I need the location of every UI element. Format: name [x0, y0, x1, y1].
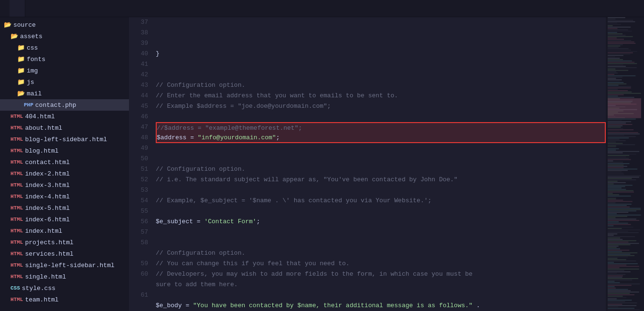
sidebar-item-projects.html[interactable]: HTMLprojects.html [0, 237, 129, 248]
sidebar-item-img[interactable]: 📁img [0, 65, 129, 76]
code-line: // Enter the email address that you want… [156, 91, 606, 101]
sidebar-item-label: projects.html [25, 239, 73, 246]
sidebar-item-label: about.html [25, 124, 62, 132]
line-number: 52 [135, 175, 148, 185]
line-number [135, 248, 148, 259]
sidebar-item-index-5.html[interactable]: HTMLindex-5.html [0, 202, 129, 214]
line-number: 49 [135, 143, 148, 154]
html-icon: HTML [11, 171, 23, 176]
line-number: 50 [135, 154, 148, 164]
tab-navigation[interactable] [0, 0, 10, 17]
php-icon: PHP [24, 102, 33, 108]
line-number: 61 [135, 290, 148, 301]
code-line [156, 154, 606, 164]
sidebar-item-index-4.html[interactable]: HTMLindex-4.html [0, 191, 129, 202]
line-number: 45 [135, 101, 148, 112]
sidebar-item-contact.html[interactable]: HTMLcontact.html [0, 156, 129, 168]
sidebar-item-services.html[interactable]: HTMLservices.html [0, 248, 129, 259]
line-number: 51 [135, 164, 148, 175]
code-line [156, 185, 606, 196]
tab-bar [0, 0, 644, 17]
code-line: // i.e. The standard subject will appear… [156, 175, 606, 185]
sidebar-item-index-2.html[interactable]: HTMLindex-2.html [0, 168, 129, 179]
sidebar-item-index-3.html[interactable]: HTMLindex-3.html [0, 179, 129, 191]
sidebar-item-index-6.html[interactable]: HTMLindex-6.html [0, 214, 129, 225]
file-explorer: 📂source📂assets📁css📁fonts📁img📁js📂mailPHPc… [0, 17, 129, 311]
code-content[interactable]: } // Configuration option.// Enter the e… [152, 17, 606, 311]
html-icon: HTML [11, 274, 23, 280]
code-line [156, 206, 606, 217]
folder-icon: 📁 [17, 67, 25, 74]
line-number: 58 [135, 238, 148, 248]
line-number [135, 280, 148, 290]
sidebar-item-label: blog.html [25, 147, 58, 155]
editor-area[interactable]: 3738394041424344454647484950515253545556… [129, 17, 606, 311]
folder-icon: 📂 [17, 90, 25, 97]
line-number: 46 [135, 112, 148, 122]
sidebar-item-404.html[interactable]: HTML404.html [0, 111, 129, 122]
code-line [156, 290, 606, 301]
line-number: 39 [135, 38, 148, 49]
code-line: $e_body = "You have been contacted by $n… [156, 301, 606, 311]
sidebar-item-label: single-left-sidebar.html [25, 262, 114, 269]
line-number: 44 [135, 91, 148, 101]
line-number: 55 [135, 206, 148, 217]
line-number: 37 [135, 17, 148, 28]
html-icon: HTML [11, 217, 23, 222]
sidebar-item-single-left-sidebar.html[interactable]: HTMLsingle-left-sidebar.html [0, 259, 129, 271]
line-number: 56 [135, 217, 148, 227]
sidebar-item-label: index-6.html [25, 216, 70, 223]
code-line: //$address = "example@themeforest.net"; [156, 122, 606, 133]
line-number: 38 [135, 28, 148, 38]
sidebar-item-index.html[interactable]: HTMLindex.html [0, 225, 129, 237]
sidebar-item-assets[interactable]: 📂assets [0, 31, 129, 42]
sidebar-item-label: index-2.html [25, 170, 70, 177]
sidebar-item-contact.php[interactable]: PHPcontact.php [0, 99, 129, 111]
sidebar-item-label: team.html [25, 296, 58, 303]
code-line [156, 227, 606, 238]
folder-icon: 📁 [17, 55, 25, 63]
sidebar-item-label: img [27, 67, 38, 74]
line-number: 54 [135, 196, 148, 206]
html-icon: HTML [11, 136, 23, 142]
sidebar-item-style.css[interactable]: CSSstyle.css [0, 282, 129, 294]
folder-icon: 📂 [11, 32, 18, 40]
sidebar-item-label: blog-left-sidebar.html [25, 136, 107, 143]
sidebar-item-source[interactable]: 📂source [0, 19, 129, 31]
sidebar-item-fonts[interactable]: 📁fonts [0, 53, 129, 65]
sidebar-item-blog-left-sidebar.html[interactable]: HTMLblog-left-sidebar.html [0, 134, 129, 145]
code-line [156, 112, 606, 122]
sidebar-item-blog.html[interactable]: HTMLblog.html [0, 145, 129, 156]
css-icon: CSS [11, 285, 20, 291]
html-icon: HTML [11, 239, 23, 245]
folder-icon: 📁 [17, 78, 25, 86]
code-line [156, 238, 606, 248]
line-number: 43 [135, 80, 148, 91]
sidebar-item-about.html[interactable]: HTMLabout.html [0, 122, 129, 134]
sidebar-item-single.html[interactable]: HTMLsingle.html [0, 271, 129, 282]
code-line: sure to add them here. [156, 280, 606, 290]
html-icon: HTML [11, 125, 23, 131]
sidebar-item-mail[interactable]: 📂mail [0, 88, 129, 99]
folder-icon: 📁 [17, 44, 25, 52]
line-number: 41 [135, 59, 148, 70]
line-number: 42 [135, 70, 148, 80]
active-tab[interactable] [10, 0, 25, 17]
line-number: 59 [135, 259, 148, 269]
sidebar-item-label: contact.php [35, 102, 76, 109]
sidebar-item-team.html[interactable]: HTMLteam.html [0, 294, 129, 305]
line-numbers: 3738394041424344454647484950515253545556… [129, 17, 152, 311]
line-number: 60 [135, 269, 148, 280]
main-layout: 📂source📂assets📁css📁fonts📁img📁js📂mailPHPc… [0, 17, 644, 311]
html-icon: HTML [11, 114, 23, 119]
sidebar-item-js[interactable]: 📁js [0, 76, 129, 88]
code-line: } [156, 49, 606, 59]
code-line: // Configuration option. [156, 80, 606, 91]
sidebar-item-label: assets [20, 33, 43, 40]
sidebar-item-label: index-5.html [25, 205, 70, 212]
minimap [606, 17, 644, 311]
code-line: // Developers, you may wish to add more … [156, 269, 606, 280]
sidebar-item-css[interactable]: 📁css [0, 42, 129, 53]
sidebar-item-label: services.html [25, 250, 73, 258]
folder-icon: 📂 [4, 21, 11, 29]
